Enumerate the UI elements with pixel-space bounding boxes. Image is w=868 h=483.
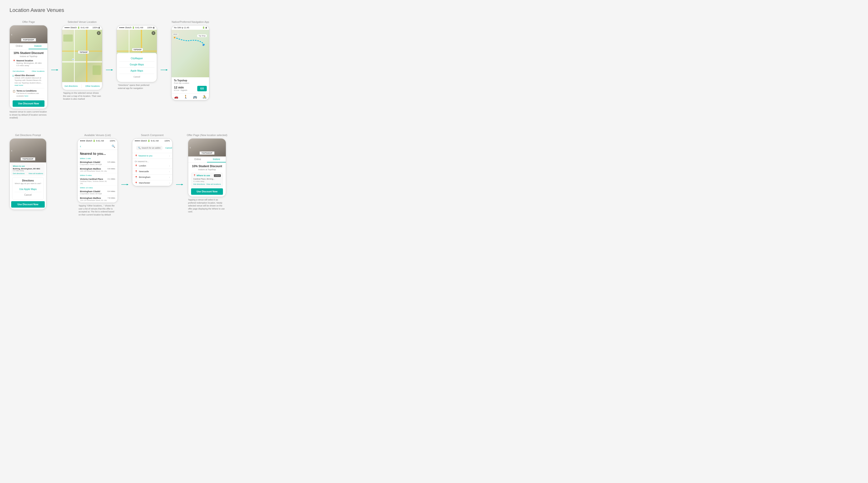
close-map-btn-2[interactable]: ✕ <box>152 31 155 35</box>
citymapper-option[interactable]: CityMapper <box>119 56 154 62</box>
map-bottom-bar: Get directions Other locations <box>62 82 102 90</box>
battery-4: 100% <box>110 139 115 142</box>
directions-dialog-title: Directions <box>14 179 42 182</box>
status-bar-2: ●●●● Sketch 🔋 9:41 AM 100% ▮ <box>117 26 157 30</box>
where-use-view-all[interactable]: View all locations <box>206 183 221 185</box>
venue-name-4: Birmingham Citadel Corporation Street, B… <box>80 190 102 195</box>
close-map-button[interactable]: ✕ <box>97 31 101 35</box>
search-input[interactable] <box>142 147 161 149</box>
search-bar: 🔍 <box>136 146 162 150</box>
venues-list-phone: ●●●● Sketch 🔋 9:41 AM 100% ‹ 🔍 Nearest t… <box>77 138 118 203</box>
available-venues-label: Available Venues (List) <box>84 134 111 136</box>
tab-online-2[interactable]: Online <box>188 157 207 162</box>
status-bar-5: ●●●● Sketch 🔋 9:41 AM 100% <box>132 139 172 143</box>
group-label-2: Within 5 miles <box>78 173 118 177</box>
prompt-where-use-title: Where to use <box>13 165 43 167</box>
search-icon-inner: 🔍 <box>138 147 141 149</box>
nav-arrow-left[interactable]: ‹ <box>11 33 12 36</box>
get-directions-map-btn[interactable]: Get directions <box>64 85 78 87</box>
city-name-newcastle: Newcastle <box>139 170 168 173</box>
venue-pin-2: TOPSHOP <box>132 48 143 51</box>
group-label-3: Within 10 miles <box>78 186 118 189</box>
status-bar-3: No SIM ψ 11:45 🔋 ▮ <box>172 26 209 30</box>
prompt-get-directions[interactable]: Get directions <box>13 172 25 174</box>
walk-icon[interactable]: 🚶 <box>184 95 188 99</box>
nearest-to-you-row[interactable]: 📍 Nearest to you › <box>132 153 172 159</box>
city-row-birmingham[interactable]: 📍 Birmingham › <box>132 174 172 180</box>
read-more-link[interactable]: read more <box>14 84 23 86</box>
directions-modal-section: x ●●●● Sketch 🔋 9:41 AM 100% ▮ TOPSHOP ✕ <box>117 21 157 90</box>
nav-time: 12 min <box>174 86 187 89</box>
prompt-cancel-btn[interactable]: Cancel <box>14 192 42 198</box>
list-item[interactable]: Victoria Cardinal Place Cardinal Place, … <box>78 177 118 186</box>
city-row-newcastle[interactable]: 📍 Newcastle › <box>132 169 172 174</box>
arrow-3 <box>161 68 168 72</box>
search-phone-frame: ●●●● Sketch 🔋 9:41 AM 100% 🔍 Cancel 📍 Ne… <box>132 138 173 186</box>
city-icon-manchester: 📍 <box>135 182 137 184</box>
nav-go-button[interactable]: GO <box>197 86 207 91</box>
tab-instore-2[interactable]: Instore <box>207 157 226 162</box>
directions-cancel-btn[interactable]: Cancel <box>119 74 154 80</box>
other-locations-link[interactable]: Other locations <box>32 70 44 72</box>
offer-new-nav-arrow[interactable]: ‹ <box>190 146 191 149</box>
use-apple-maps-btn[interactable]: Use Apple Maps <box>14 187 42 192</box>
arrow-4 <box>121 182 128 187</box>
offer-new-topshop-logo: TOPSHOP <box>199 152 214 155</box>
svg-marker-9 <box>182 184 183 185</box>
list-back-button[interactable]: ‹ <box>80 144 81 148</box>
google-maps-option[interactable]: Google Maps <box>119 62 154 68</box>
list-item[interactable]: Birmingham Citadel Corporation Street, B… <box>78 160 118 167</box>
search-cancel-btn[interactable]: Cancel <box>164 146 173 150</box>
prompt-nav-arrow[interactable]: ‹ <box>11 149 12 153</box>
signal-info: ●●●● Sketch 🔋 9:41 AM <box>64 26 89 29</box>
selected-venue-phone: ●●●● Sketch 🔋 9:41 AM 100% ▮ TOPSHOP ✕ <box>62 25 102 90</box>
where-use-get-directions[interactable]: Get directions <box>193 183 205 185</box>
about-text: Unlock 10% student discount at Topshop w… <box>14 77 44 87</box>
get-directions-link[interactable]: Get directions <box>12 70 24 72</box>
venue-name-2: Birmingham Mailbox 126-129 Wharfside Str… <box>80 168 107 172</box>
road-label: B4137 <box>173 33 178 35</box>
apple-maps-option[interactable]: Apple Maps <box>119 68 154 74</box>
tab-instore[interactable]: Instore <box>29 43 48 49</box>
nav-time-text: 12 min 0.5 mi · Digbeth <box>174 86 187 91</box>
directions-modal-caption: "Directions" opens their preferred exter… <box>118 84 156 90</box>
prompt-use-discount-btn[interactable]: Use Discount Now <box>11 201 45 207</box>
list-item[interactable]: Birmingham Mailbox 126-129 Wharfside Str… <box>78 167 118 173</box>
list-item[interactable]: Birmingham Citadel Corporation Street, B… <box>78 189 118 196</box>
list-item[interactable]: Birmingham Mailbox 126-129 Wharfside Str… <box>78 196 118 203</box>
drive-icon[interactable]: 🚗 <box>174 95 178 99</box>
directions-dialog: Directions Which app do you want to use?… <box>12 177 44 200</box>
offer-links: Get directions Other locations <box>12 70 44 72</box>
prompt-topshop-logo: TOPSHOP <box>21 157 35 161</box>
other-locations-map-btn[interactable]: Other locations <box>85 85 100 87</box>
search-bar-row: 🔍 Cancel <box>132 143 172 153</box>
use-discount-button[interactable]: Use Discount Now <box>12 100 44 107</box>
about-section: ℹ About this discount Unlock 10% student… <box>12 74 44 89</box>
offer-discount-title: 10% Student Discount <box>12 52 44 55</box>
terms-section: 📋 Terms & Conditions Full terms & condit… <box>12 90 44 99</box>
or-nearest-label: Or nearest to... <box>132 159 172 163</box>
unlock-badge: Unlock <box>214 174 221 177</box>
offer-page-new-section: Offer Page (New location selected) ‹ TOP… <box>187 134 227 213</box>
terms-text-block: Terms & Conditions Full terms & conditio… <box>17 90 44 97</box>
where-use-location: Cardinal Place, Birming... <box>193 178 221 180</box>
directions-app-modal: CityMapper Google Maps Apple Maps Cancel <box>117 53 157 82</box>
transit-icon[interactable]: 🚌 <box>193 95 197 99</box>
prompt-action-links: Get directions View all locations <box>13 172 43 174</box>
offer-discount-subtitle: Instore at Topshop <box>12 55 44 58</box>
list-header: ‹ 🔍 <box>78 143 118 150</box>
city-name-london: London <box>139 165 168 167</box>
offer-new-phone-frame: ‹ TOPSHOP Online Instore 10% Student Dis… <box>188 138 226 197</box>
city-row-manchester[interactable]: 📍 Manchester › <box>132 180 172 186</box>
venue-name-3: Victoria Cardinal Place Cardinal Place, … <box>80 178 107 185</box>
prompt-view-all[interactable]: View all locations <box>29 172 43 174</box>
city-row-london[interactable]: 📍 London › <box>132 163 172 169</box>
terms-link[interactable]: here <box>25 95 28 97</box>
bike-icon[interactable]: 🚴 <box>203 95 207 99</box>
selected-venue-caption: Tapping on the selected venue shows the … <box>63 92 101 101</box>
venue-name-5: Birmingham Mailbox 126-129 Wharfside Str… <box>80 197 107 201</box>
search-component-label: Search Component <box>141 134 164 136</box>
tab-online[interactable]: Online <box>10 43 29 49</box>
list-search-icon[interactable]: 🔍 <box>112 144 115 148</box>
offer-new-use-discount-btn[interactable]: Use Discount Now <box>191 188 223 195</box>
